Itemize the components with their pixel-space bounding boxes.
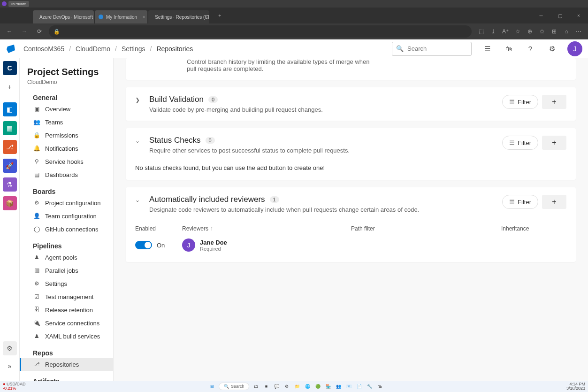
taskbar-app-icon[interactable]: 💬 bbox=[273, 383, 280, 390]
sidebar-item-team-config[interactable]: 👤Team configuration bbox=[20, 209, 113, 223]
add-button[interactable]: + bbox=[542, 136, 566, 150]
close-window-button[interactable]: × bbox=[569, 8, 588, 23]
boards-icon[interactable]: ▦ bbox=[3, 121, 17, 135]
new-tab-button[interactable]: + bbox=[210, 8, 229, 23]
breadcrumb-item[interactable]: CloudDemo bbox=[76, 45, 110, 53]
sidebar-item-github[interactable]: ◯GitHub connections bbox=[20, 223, 113, 236]
sidebar-group-pipelines: Pipelines bbox=[20, 236, 113, 251]
test-plans-icon[interactable]: ⚗ bbox=[3, 177, 17, 192]
minimize-button[interactable]: ─ bbox=[532, 8, 550, 23]
favorites-icon[interactable]: ✩ bbox=[536, 26, 548, 37]
breadcrumb-item[interactable]: Settings bbox=[122, 45, 145, 53]
filter-button[interactable]: ☰Filter bbox=[502, 136, 538, 150]
sidebar-item-parallel-jobs[interactable]: ▥Parallel jobs bbox=[20, 264, 113, 277]
taskbar-clock[interactable]: 4:14 PM 3/18/2023 bbox=[564, 382, 588, 391]
extensions-icon[interactable]: ⌂ bbox=[561, 26, 572, 37]
sidebar-item-agent-pools[interactable]: ♟Agent pools bbox=[20, 251, 113, 264]
policy-title: Status Checks bbox=[149, 136, 201, 145]
toolbar-icon[interactable]: ⤓ bbox=[488, 26, 499, 37]
add-button[interactable]: + bbox=[542, 95, 566, 109]
sidebar-item-overview[interactable]: ▣Overview bbox=[20, 102, 113, 115]
taskbar-app-icon[interactable]: 📁 bbox=[293, 383, 301, 390]
repos-icon[interactable]: ⎇ bbox=[3, 140, 17, 154]
toolbar-icon[interactable]: ⊞ bbox=[549, 26, 560, 37]
taskbar-app-icon[interactable]: 📧 bbox=[345, 383, 352, 390]
start-button[interactable]: ⊞ bbox=[208, 383, 216, 390]
refresh-button[interactable]: ⟳ bbox=[34, 26, 45, 37]
close-icon[interactable]: × bbox=[143, 15, 145, 19]
taskbar-widget[interactable]: ● USD/CAD -0.21% bbox=[0, 382, 28, 391]
pipelines-icon[interactable]: 🚀 bbox=[3, 159, 17, 173]
address-bar[interactable]: 🔒 bbox=[49, 25, 472, 38]
sidebar-item-permissions[interactable]: 🔒Permissions bbox=[20, 129, 113, 142]
close-icon[interactable]: × bbox=[205, 15, 207, 19]
sidebar-item-teams[interactable]: 👥Teams bbox=[20, 115, 113, 129]
enabled-toggle[interactable] bbox=[135, 241, 152, 249]
taskbar-app-icon[interactable]: 🌐 bbox=[304, 383, 311, 390]
overview-icon[interactable]: ◧ bbox=[3, 102, 17, 116]
taskbar-app-icon[interactable]: 👥 bbox=[335, 383, 342, 390]
taskbar-app-icon[interactable]: 🗂 bbox=[252, 383, 260, 390]
browser-tab[interactable]: Azure DevOps · Microsoft Azure× bbox=[33, 10, 94, 23]
table-row[interactable]: On J Jane Doe Required bbox=[135, 236, 566, 254]
browser-tab-active[interactable]: Settings · Repositories (CloudD× bbox=[148, 10, 209, 23]
policy-description: Require other services to post successfu… bbox=[149, 147, 496, 154]
close-icon[interactable]: × bbox=[89, 15, 92, 19]
sidebar-item-xaml[interactable]: ♟XAML build services bbox=[20, 330, 113, 343]
sidebar-item-pipeline-settings[interactable]: ⚙Settings bbox=[20, 277, 113, 290]
filter-button[interactable]: ☰Filter bbox=[502, 95, 538, 109]
list-icon[interactable]: ☰ bbox=[481, 43, 493, 55]
breadcrumb-item[interactable]: Repositories bbox=[156, 45, 193, 53]
favorite-icon[interactable]: ☆ bbox=[512, 26, 523, 37]
sidebar-item-dashboards[interactable]: ▤Dashboards bbox=[20, 168, 113, 181]
expand-icon[interactable]: » bbox=[3, 359, 17, 373]
devops-logo-icon[interactable] bbox=[6, 44, 16, 54]
sidebar-item-project-config[interactable]: ⚙Project configuration bbox=[20, 196, 113, 209]
taskbar-app-icon[interactable]: ■ bbox=[262, 383, 270, 390]
col-path-filter[interactable]: Path filter bbox=[351, 225, 501, 232]
more-icon[interactable]: ⋯ bbox=[573, 26, 584, 37]
toolbar-icon[interactable]: ⬚ bbox=[475, 26, 487, 37]
help-icon[interactable]: ? bbox=[524, 43, 536, 55]
back-button[interactable]: ← bbox=[4, 26, 15, 37]
col-inheritance[interactable]: Inheritance bbox=[501, 225, 566, 232]
add-button[interactable]: + bbox=[542, 195, 566, 209]
taskbar-app-icon[interactable]: 📄 bbox=[355, 383, 363, 390]
add-button[interactable]: + bbox=[3, 80, 17, 94]
chevron-down-icon[interactable]: ⌄ bbox=[135, 138, 144, 144]
filter-button[interactable]: ☰Filter bbox=[502, 195, 538, 209]
user-settings-icon[interactable]: ⚙ bbox=[546, 43, 558, 55]
browser-tab[interactable]: My Information× bbox=[95, 10, 147, 23]
chevron-right-icon[interactable]: ❯ bbox=[135, 97, 144, 103]
search-icon: 🔍 bbox=[224, 384, 229, 389]
sidebar-item-test-mgmt[interactable]: ☑Test management bbox=[20, 290, 113, 303]
taskbar-app-icon[interactable]: 🟢 bbox=[314, 383, 321, 390]
col-enabled[interactable]: Enabled bbox=[135, 225, 182, 232]
taskbar-app-icon[interactable]: 🛍 bbox=[376, 383, 383, 390]
project-avatar[interactable]: C bbox=[3, 61, 17, 75]
forward-button[interactable]: → bbox=[19, 26, 30, 37]
sidebar-item-release-retention[interactable]: 🗄Release retention bbox=[20, 303, 113, 316]
settings-icon[interactable]: ⚙ bbox=[3, 341, 17, 355]
taskbar-app-icon[interactable]: 🏪 bbox=[324, 383, 332, 390]
sidebar-item-service-hooks[interactable]: ⚲Service hooks bbox=[20, 155, 113, 168]
toggle-label: On bbox=[157, 242, 165, 249]
col-reviewers[interactable]: Reviewers↑ bbox=[182, 225, 351, 232]
search-input[interactable]: 🔍 Search bbox=[392, 42, 472, 56]
chevron-down-icon[interactable]: ⌄ bbox=[135, 197, 144, 203]
browser-tab-strip: Azure DevOps · Microsoft Azure× My Infor… bbox=[0, 8, 588, 23]
breadcrumb-item[interactable]: ContosoM365 bbox=[23, 45, 64, 53]
taskbar-search[interactable]: 🔍Search bbox=[219, 383, 250, 390]
taskbar-app-icon[interactable]: ⚙ bbox=[283, 383, 290, 390]
taskbar-app-icon[interactable]: 🔧 bbox=[366, 383, 373, 390]
sidebar-item-notifications[interactable]: 🔔Notifications bbox=[20, 142, 113, 155]
avatar[interactable]: J bbox=[567, 41, 582, 56]
sidebar-group-repos: Repos bbox=[20, 343, 113, 358]
shopping-bag-icon[interactable]: 🛍 bbox=[503, 43, 515, 55]
artifacts-icon[interactable]: 📦 bbox=[3, 196, 17, 210]
sidebar-item-repositories[interactable]: ⎇Repositories bbox=[20, 358, 113, 371]
toolbar-icon[interactable]: ⊕ bbox=[524, 26, 535, 37]
maximize-button[interactable]: ▢ bbox=[550, 8, 569, 23]
sidebar-item-service-connections[interactable]: 🔌Service connections bbox=[20, 316, 113, 330]
toolbar-icon[interactable]: A⁺ bbox=[500, 26, 511, 37]
